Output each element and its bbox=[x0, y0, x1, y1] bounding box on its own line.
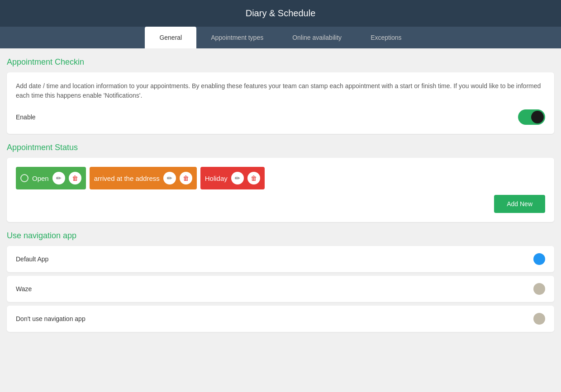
status-open-label: Open bbox=[32, 175, 49, 182]
status-holiday-edit-button[interactable]: ✏ bbox=[231, 172, 244, 184]
page-header: Diary & Schedule bbox=[0, 0, 561, 27]
tab-online-availability[interactable]: Online availability bbox=[278, 27, 356, 48]
navigation-app-title: Use navigation app bbox=[7, 231, 554, 241]
nav-option-none: Don't use navigation app bbox=[7, 306, 554, 332]
nav-option-default: Default App bbox=[7, 246, 554, 272]
status-open-delete-button[interactable]: 🗑 bbox=[69, 172, 81, 184]
nav-option-waze: Waze bbox=[7, 276, 554, 302]
enable-row: Enable bbox=[16, 109, 545, 125]
status-arrived-label: arrived at the address bbox=[94, 175, 160, 182]
page-title: Diary & Schedule bbox=[246, 8, 316, 18]
status-arrived-delete-button[interactable]: 🗑 bbox=[180, 172, 192, 184]
nav-none-label: Don't use navigation app bbox=[16, 315, 86, 322]
status-open-radio[interactable] bbox=[20, 174, 29, 182]
nav-default-label: Default App bbox=[16, 255, 48, 263]
tab-appointment-types[interactable]: Appointment types bbox=[196, 27, 278, 48]
toggle-knob bbox=[531, 111, 544, 123]
nav-waze-label: Waze bbox=[16, 285, 32, 293]
nav-none-radio[interactable] bbox=[533, 313, 545, 325]
status-chips-row: Open ✏ 🗑 arrived at the address ✏ 🗑 Holi… bbox=[16, 167, 545, 189]
status-arrived-edit-button[interactable]: ✏ bbox=[163, 172, 176, 184]
status-holiday-delete-button[interactable]: 🗑 bbox=[247, 172, 260, 184]
tab-exceptions[interactable]: Exceptions bbox=[356, 27, 416, 48]
status-open-edit-button[interactable]: ✏ bbox=[52, 172, 65, 184]
enable-label: Enable bbox=[16, 113, 36, 121]
enable-toggle[interactable] bbox=[518, 109, 545, 125]
tabs-bar: General Appointment types Online availab… bbox=[0, 27, 561, 48]
tab-general[interactable]: General bbox=[145, 27, 196, 48]
appointment-checkin-title: Appointment Checkin bbox=[7, 57, 554, 67]
checkin-description: Add date / time and location information… bbox=[16, 81, 545, 100]
status-chip-arrived: arrived at the address ✏ 🗑 bbox=[90, 167, 197, 189]
appointment-status-title: Appointment Status bbox=[7, 143, 554, 152]
main-content: Appointment Checkin Add date / time and … bbox=[0, 48, 561, 345]
appointment-status-card: Open ✏ 🗑 arrived at the address ✏ 🗑 Holi… bbox=[7, 158, 554, 222]
status-chip-open: Open ✏ 🗑 bbox=[16, 167, 86, 189]
nav-waze-radio[interactable] bbox=[533, 283, 545, 295]
status-holiday-label: Holiday bbox=[205, 175, 228, 182]
appointment-checkin-card: Add date / time and location information… bbox=[7, 72, 554, 134]
status-chip-holiday: Holiday ✏ 🗑 bbox=[200, 167, 265, 189]
nav-default-radio[interactable] bbox=[533, 253, 545, 265]
add-new-status-button[interactable]: Add New bbox=[494, 195, 545, 213]
